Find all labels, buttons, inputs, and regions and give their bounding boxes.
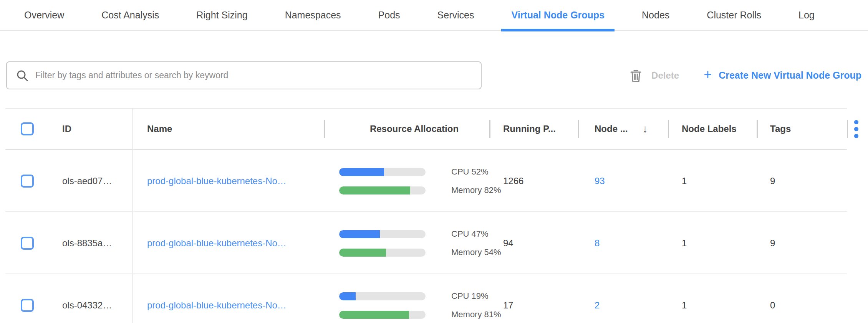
cpu-bar-fill [339, 230, 380, 238]
nodes-count-link[interactable]: 2 [595, 300, 600, 311]
toolbar: Delete + Create New Virtual Node Group [0, 61, 868, 89]
delete-label: Delete [651, 70, 679, 81]
table-header-row: ID Name Resource Allocation Running P...… [0, 108, 868, 150]
select-all-checkbox[interactable] [21, 122, 34, 135]
search-icon [16, 69, 28, 82]
row-checkbox[interactable] [21, 299, 34, 312]
cpu-usage-bar: CPU 47% [339, 229, 489, 239]
column-header-id[interactable]: ID [62, 124, 71, 134]
row-id: ols-aed07… [62, 176, 112, 186]
node-labels-count: 1 [682, 238, 687, 249]
virtual-node-groups-table: ID Name Resource Allocation Running P...… [0, 108, 868, 323]
memory-usage-bar: Memory 81% [339, 310, 501, 320]
plus-icon: + [704, 68, 712, 82]
row-checkbox[interactable] [21, 175, 34, 188]
row-id: ols-8835a… [62, 238, 112, 249]
tab-nodes[interactable]: Nodes [632, 0, 679, 30]
memory-bar-fill [339, 186, 410, 194]
running-pods-count: 1266 [503, 176, 523, 186]
column-header-nodes[interactable]: Node ... [595, 124, 628, 134]
sort-descending-icon[interactable]: ↓ [643, 123, 648, 135]
row-id: ols-04332… [62, 300, 112, 311]
column-header-name[interactable]: Name [147, 124, 172, 134]
toolbar-actions: Delete + Create New Virtual Node Group [630, 69, 861, 82]
tab-cost-analysis[interactable]: Cost Analysis [91, 0, 169, 30]
tags-count: 9 [770, 238, 775, 249]
tab-bar: Overview Cost Analysis Right Sizing Name… [0, 0, 868, 31]
row-name-link[interactable]: prod-global-blue-kubernetes-No… [147, 238, 287, 249]
running-pods-count: 94 [503, 238, 514, 249]
column-header-node-labels[interactable]: Node Labels [682, 124, 737, 134]
node-labels-count: 1 [682, 176, 687, 186]
nodes-count-link[interactable]: 8 [595, 238, 600, 249]
tab-namespaces[interactable]: Namespaces [275, 0, 351, 30]
tab-services[interactable]: Services [427, 0, 484, 30]
cpu-bar-fill [339, 292, 356, 300]
node-labels-count: 1 [682, 300, 687, 311]
tab-virtual-node-groups[interactable]: Virtual Node Groups [501, 0, 615, 30]
tab-right-sizing[interactable]: Right Sizing [186, 0, 257, 30]
cpu-usage-label: CPU 19% [451, 291, 489, 301]
memory-usage-bar: Memory 54% [339, 247, 501, 257]
cpu-usage-bar: CPU 19% [339, 291, 489, 301]
memory-bar-fill [339, 249, 386, 257]
row-checkbox[interactable] [21, 237, 34, 250]
memory-bar-fill [339, 311, 409, 319]
table-body: ols-aed07… prod-global-blue-kubernetes-N… [0, 150, 868, 323]
cpu-usage-label: CPU 47% [451, 229, 489, 239]
table-row: ols-8835a… prod-global-blue-kubernetes-N… [0, 212, 868, 274]
running-pods-count: 17 [503, 300, 514, 311]
delete-button[interactable]: Delete [630, 69, 679, 82]
search-box[interactable] [6, 61, 482, 89]
trash-icon [630, 69, 641, 82]
row-name-link[interactable]: prod-global-blue-kubernetes-No… [147, 176, 287, 186]
column-header-running-pods[interactable]: Running P... [503, 124, 556, 134]
column-options-menu-icon[interactable] [854, 120, 858, 138]
table-row: ols-04332… prod-global-blue-kubernetes-N… [0, 274, 868, 323]
row-name-link[interactable]: prod-global-blue-kubernetes-No… [147, 300, 287, 311]
memory-usage-bar: Memory 82% [339, 185, 501, 195]
create-new-virtual-node-group-button[interactable]: + Create New Virtual Node Group [704, 69, 861, 82]
tab-overview[interactable]: Overview [14, 0, 74, 30]
column-header-resource-allocation[interactable]: Resource Allocation [370, 124, 459, 134]
tab-log[interactable]: Log [788, 0, 825, 30]
table-row: ols-aed07… prod-global-blue-kubernetes-N… [0, 150, 868, 212]
tags-count: 9 [770, 176, 775, 186]
active-tab-underline [501, 29, 615, 31]
search-input[interactable] [35, 70, 481, 81]
tab-pods[interactable]: Pods [368, 0, 410, 30]
cpu-bar-fill [339, 168, 384, 176]
cpu-usage-bar: CPU 52% [339, 167, 489, 177]
nodes-count-link[interactable]: 93 [595, 176, 605, 186]
tab-cluster-rolls[interactable]: Cluster Rolls [697, 0, 771, 30]
cpu-usage-label: CPU 52% [451, 167, 489, 177]
create-label: Create New Virtual Node Group [719, 70, 861, 81]
tags-count: 0 [770, 300, 775, 311]
column-header-tags[interactable]: Tags [770, 124, 791, 134]
